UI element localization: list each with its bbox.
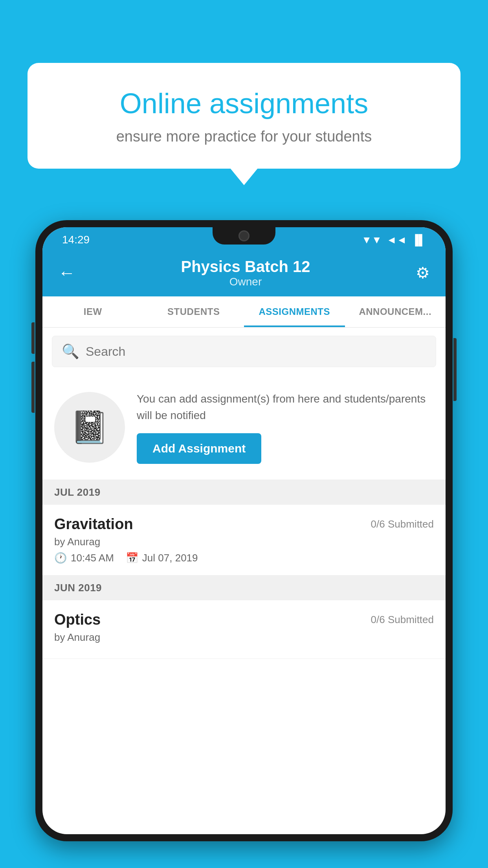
- header-center: Physics Batch 12 Owner: [181, 258, 310, 288]
- assignment-name: Gravitation: [54, 516, 133, 533]
- phone-notch: [213, 227, 275, 245]
- add-assignment-button[interactable]: Add Assignment: [137, 433, 261, 464]
- wifi-icon: ▼▼: [361, 234, 382, 246]
- calendar-icon: 📅: [126, 552, 138, 564]
- empty-description: You can add assignment(s) from here and …: [137, 391, 434, 424]
- empty-state-card: 📓 You can add assignment(s) from here an…: [42, 375, 446, 480]
- assignment-time: 🕐 10:45 AM: [54, 552, 114, 564]
- app-header: ← Physics Batch 12 Owner ⚙: [42, 249, 446, 296]
- assignment-by-optics: by Anurag: [54, 631, 434, 644]
- status-time: 14:29: [62, 234, 90, 246]
- assignment-name-optics: Optics: [54, 611, 101, 628]
- side-button-vol-down: [31, 362, 35, 413]
- search-container: 🔍: [42, 328, 446, 375]
- settings-button[interactable]: ⚙: [416, 264, 430, 282]
- assignment-top-row-optics: Optics 0/6 Submitted: [54, 611, 434, 628]
- side-button-vol-up: [31, 322, 35, 354]
- status-icons: ▼▼ ◄◄ ▐▌: [361, 234, 426, 246]
- assignment-by: by Anurag: [54, 536, 434, 548]
- speech-bubble-container: Online assignments ensure more practice …: [28, 63, 460, 169]
- search-input-wrapper: 🔍: [52, 336, 436, 367]
- tab-students[interactable]: STUDENTS: [143, 296, 244, 327]
- back-button[interactable]: ←: [58, 263, 75, 283]
- clock-icon: 🕐: [54, 552, 67, 564]
- empty-text-area: You can add assignment(s) from here and …: [137, 391, 434, 464]
- phone-outer: 14:29 ▼▼ ◄◄ ▐▌ ← Physics Batch 12 Owner …: [35, 220, 453, 841]
- tab-announcements[interactable]: ANNOUNCEM...: [345, 296, 446, 327]
- notebook-icon: 📓: [70, 409, 109, 446]
- tab-iew[interactable]: IEW: [42, 296, 143, 327]
- front-camera: [238, 230, 250, 241]
- battery-icon: ▐▌: [411, 234, 426, 246]
- speech-bubble-subtitle: ensure more practice for your students: [59, 128, 429, 145]
- tabs-bar: IEW STUDENTS ASSIGNMENTS ANNOUNCEM...: [42, 296, 446, 328]
- side-button-power: [453, 338, 457, 401]
- section-header-jul: JUL 2019: [42, 480, 446, 505]
- header-title: Physics Batch 12: [181, 258, 310, 276]
- assignment-item-optics[interactable]: Optics 0/6 Submitted by Anurag: [42, 600, 446, 659]
- empty-icon-circle: 📓: [54, 392, 125, 463]
- assignment-submitted: 0/6 Submitted: [371, 518, 434, 530]
- assignment-top-row: Gravitation 0/6 Submitted: [54, 516, 434, 533]
- phone-wrapper: 14:29 ▼▼ ◄◄ ▐▌ ← Physics Batch 12 Owner …: [35, 220, 453, 868]
- search-icon: 🔍: [62, 343, 79, 360]
- assignment-date: 📅 Jul 07, 2019: [126, 552, 198, 564]
- assignment-meta: 🕐 10:45 AM 📅 Jul 07, 2019: [54, 552, 434, 564]
- assignment-item-gravitation[interactable]: Gravitation 0/6 Submitted by Anurag 🕐 10…: [42, 505, 446, 576]
- header-subtitle: Owner: [181, 276, 310, 288]
- tab-assignments[interactable]: ASSIGNMENTS: [244, 296, 345, 327]
- signal-icon: ◄◄: [387, 234, 407, 246]
- speech-bubble-title: Online assignments: [59, 86, 429, 120]
- search-input[interactable]: [86, 344, 426, 359]
- assignment-submitted-optics: 0/6 Submitted: [371, 614, 434, 626]
- section-header-jun: JUN 2019: [42, 576, 446, 600]
- speech-bubble: Online assignments ensure more practice …: [28, 63, 460, 169]
- phone-screen: 14:29 ▼▼ ◄◄ ▐▌ ← Physics Batch 12 Owner …: [42, 227, 446, 834]
